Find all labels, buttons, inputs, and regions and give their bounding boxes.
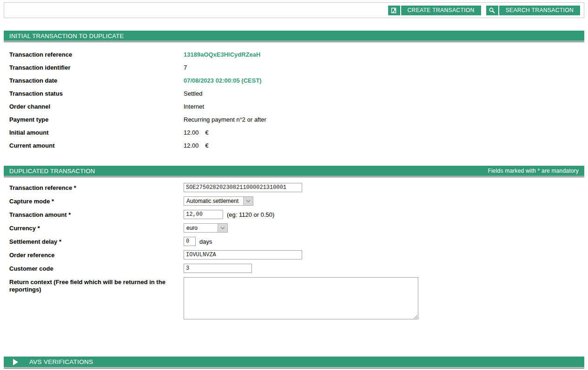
currency-select[interactable]: euro	[184, 223, 228, 233]
customer-code-input[interactable]	[184, 264, 252, 273]
search-transaction-group: SEARCH TRANSACTION	[486, 6, 580, 15]
top-toolbar: CREATE TRANSACTION SEARCH TRANSACTION	[4, 2, 584, 18]
form-row-transaction-amount: Transaction amount * (eg: 1120 or 0.50)	[4, 210, 584, 219]
detail-row-transaction-status: Transaction status Settled	[4, 87, 584, 100]
transaction-reference-input[interactable]	[184, 183, 302, 192]
transaction-date-value: 07/08/2023 02:00:05 (CEST)	[184, 77, 584, 84]
header-underline	[4, 368, 584, 369]
create-transaction-button[interactable]: CREATE TRANSACTION	[401, 6, 481, 15]
detail-label: Payment type	[9, 116, 184, 123]
form-row-return-context: Return context (Free field which will be…	[4, 277, 584, 319]
form-label: Currency *	[9, 223, 184, 232]
form-row-order-reference: Order reference	[4, 250, 584, 260]
transaction-reference-value: 13189aOQxE3HlCydRZeaH	[184, 51, 584, 58]
form-label: Order reference	[9, 250, 184, 259]
detail-row-order-channel: Order channel Internet	[4, 100, 584, 113]
initial-transaction-section: INITIAL TRANSACTION TO DUPLICATE Transac…	[4, 31, 584, 166]
form-row-capture-mode: Capture mode * Automatic settlement	[4, 196, 584, 206]
detail-row-current-amount: Current amount 12.00€	[4, 139, 584, 152]
currency-symbol: €	[205, 142, 209, 149]
detail-label: Transaction status	[9, 90, 184, 97]
amount-format-hint: (eg: 1120 or 0.50)	[227, 211, 274, 218]
search-transaction-button[interactable]: SEARCH TRANSACTION	[499, 6, 580, 15]
capture-mode-selected-value: Automatic settlement	[184, 197, 243, 205]
duplicated-transaction-form: Transaction reference * Capture mode * A…	[4, 177, 584, 338]
payment-type-value: Recurring payment n°2 or after	[184, 116, 584, 123]
form-label: Capture mode *	[9, 196, 184, 205]
form-row-customer-code: Customer code	[4, 264, 584, 273]
initial-amount-value: 12.00€	[184, 129, 584, 136]
detail-label: Initial amount	[9, 129, 184, 136]
form-label: Customer code	[9, 264, 184, 273]
expand-triangle-icon[interactable]	[13, 359, 18, 365]
form-label: Return context (Free field which will be…	[9, 277, 184, 294]
detail-row-payment-type: Payment type Recurring payment n°2 or af…	[4, 113, 584, 126]
detail-label: Current amount	[9, 142, 184, 149]
form-row-transaction-reference: Transaction reference *	[4, 183, 584, 192]
chevron-down-icon	[243, 197, 253, 205]
detail-label: Transaction date	[9, 77, 184, 84]
form-label: Transaction reference *	[9, 183, 184, 192]
transaction-identifier-value: 7	[184, 64, 584, 71]
chevron-down-icon	[218, 224, 227, 232]
currency-symbol: €	[205, 129, 209, 136]
return-context-textarea[interactable]	[184, 277, 418, 319]
order-channel-value: Internet	[184, 103, 584, 110]
detail-label: Transaction reference	[9, 51, 184, 58]
create-transaction-group: CREATE TRANSACTION	[388, 6, 481, 15]
detail-row-initial-amount: Initial amount 12.00€	[4, 126, 584, 139]
current-amount-value: 12.00€	[184, 142, 584, 149]
detail-label: Transaction identifier	[9, 64, 184, 71]
page: CREATE TRANSACTION SEARCH TRANSACTION IN…	[0, 0, 588, 370]
magnifier-icon[interactable]	[486, 6, 498, 15]
capture-mode-select[interactable]: Automatic settlement	[184, 196, 253, 206]
duplicated-transaction-title: DUPLICATED TRANSACTION	[9, 168, 95, 175]
detail-row-transaction-date: Transaction date 07/08/2023 02:00:05 (CE…	[4, 74, 584, 87]
mandatory-fields-note: Fields marked with * are mandatory	[488, 168, 579, 174]
detail-label: Order channel	[9, 103, 184, 110]
detail-row-transaction-reference: Transaction reference 13189aOQxE3HlCydRZ…	[4, 48, 584, 61]
initial-transaction-header: INITIAL TRANSACTION TO DUPLICATE	[4, 31, 584, 41]
detail-row-transaction-identifier: Transaction identifier 7	[4, 61, 584, 74]
avs-verifications-header[interactable]: AVS VERIFICATIONS	[4, 357, 584, 367]
currency-selected-value: euro	[184, 224, 218, 232]
duplicated-transaction-header: DUPLICATED TRANSACTION Fields marked wit…	[4, 166, 584, 176]
form-row-currency: Currency * euro	[4, 223, 584, 233]
duplicated-transaction-section: DUPLICATED TRANSACTION Fields marked wit…	[4, 166, 584, 338]
form-row-settlement-delay: Settlement delay * days	[4, 237, 584, 246]
initial-transaction-title: INITIAL TRANSACTION TO DUPLICATE	[9, 32, 124, 39]
avs-verifications-title: AVS VERIFICATIONS	[29, 358, 93, 365]
transaction-amount-input[interactable]	[184, 210, 223, 219]
settlement-delay-input[interactable]	[184, 237, 196, 246]
settlement-delay-unit: days	[199, 238, 212, 245]
transaction-status-value: Settled	[184, 90, 584, 97]
new-document-icon[interactable]	[388, 6, 400, 15]
form-label: Transaction amount *	[9, 210, 184, 219]
initial-transaction-details: Transaction reference 13189aOQxE3HlCydRZ…	[4, 42, 584, 166]
order-reference-input[interactable]	[184, 250, 302, 260]
form-label: Settlement delay *	[9, 237, 184, 246]
